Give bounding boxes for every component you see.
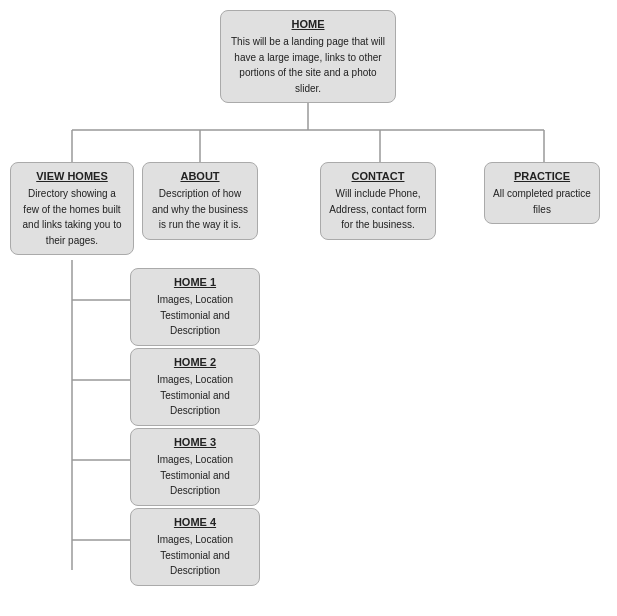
home3-title: HOME 3 — [139, 435, 251, 450]
practice-title: PRACTICE — [493, 169, 591, 184]
view-homes-desc: Directory showing a few of the homes bui… — [23, 188, 122, 245]
home3-desc: Images, Location Testimonial and Descrip… — [157, 454, 233, 496]
site-map-diagram: HOME This will be a landing page that wi… — [0, 0, 617, 30]
about-title: ABOUT — [151, 169, 249, 184]
home-desc: This will be a landing page that will ha… — [231, 36, 385, 93]
home-node: HOME This will be a landing page that wi… — [220, 10, 396, 103]
about-node: ABOUT Description of how and why the bus… — [142, 162, 258, 240]
practice-desc: All completed practice files — [493, 188, 591, 214]
home2-title: HOME 2 — [139, 355, 251, 370]
view-homes-node: VIEW HOMES Directory showing a few of th… — [10, 162, 134, 255]
contact-desc: Will include Phone, Address, contact for… — [329, 188, 426, 230]
home4-title: HOME 4 — [139, 515, 251, 530]
home2-node: HOME 2 Images, Location Testimonial and … — [130, 348, 260, 426]
home2-desc: Images, Location Testimonial and Descrip… — [157, 374, 233, 416]
contact-node: CONTACT Will include Phone, Address, con… — [320, 162, 436, 240]
home4-node: HOME 4 Images, Location Testimonial and … — [130, 508, 260, 586]
about-desc: Description of how and why the business … — [152, 188, 248, 230]
view-homes-title: VIEW HOMES — [19, 169, 125, 184]
home3-node: HOME 3 Images, Location Testimonial and … — [130, 428, 260, 506]
home4-desc: Images, Location Testimonial and Descrip… — [157, 534, 233, 576]
contact-title: CONTACT — [329, 169, 427, 184]
practice-node: PRACTICE All completed practice files — [484, 162, 600, 224]
home1-node: HOME 1 Images, Location Testimonial and … — [130, 268, 260, 346]
home1-title: HOME 1 — [139, 275, 251, 290]
home1-desc: Images, Location Testimonial and Descrip… — [157, 294, 233, 336]
home-title: HOME — [229, 17, 387, 32]
